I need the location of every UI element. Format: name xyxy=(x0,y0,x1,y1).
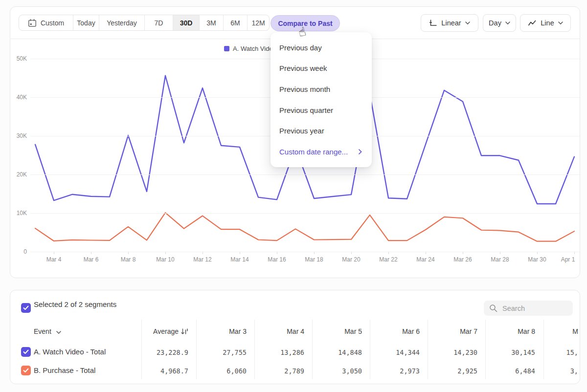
column-header-mar-5: Mar 5 xyxy=(344,327,362,335)
date-range-custom[interactable]: Custom xyxy=(19,15,73,30)
x-axis-tick xyxy=(128,252,129,254)
x-axis-tick xyxy=(388,252,389,254)
column-header-m: M xyxy=(572,327,578,335)
date-range-30d[interactable]: 30D xyxy=(173,15,199,30)
cell-value: 3,050 xyxy=(342,367,362,375)
y-axis-label: 0 xyxy=(0,248,27,255)
x-axis-tick xyxy=(574,252,575,254)
x-axis-tick xyxy=(463,252,463,254)
menu-item-custom-date-range[interactable]: Custom date range... xyxy=(271,141,372,162)
x-axis-tick xyxy=(351,252,352,254)
sort-descending-icon xyxy=(181,328,188,335)
column-header-mar-8: Mar 8 xyxy=(518,327,535,335)
x-axis-label: Mar 20 xyxy=(336,256,367,263)
page: 010K20K30K40K50KMar 4Mar 6Mar 8Mar 10Mar… xyxy=(0,0,587,392)
y-axis-label: 50K xyxy=(0,55,27,62)
x-axis-tick xyxy=(54,252,54,254)
column-header-average[interactable]: Average xyxy=(153,327,188,335)
event-header-label: Event xyxy=(34,327,51,335)
x-axis-tick xyxy=(91,252,91,254)
cell-value: 13,286 xyxy=(280,348,304,356)
x-axis-label: Mar 6 xyxy=(75,256,107,263)
x-axis-label: Mar 8 xyxy=(113,256,144,263)
cell-value: 27,755 xyxy=(223,348,247,356)
chevron-down-icon xyxy=(465,22,470,24)
x-axis-tick xyxy=(426,252,426,254)
x-axis-label: Mar 28 xyxy=(484,256,516,263)
cell-value: 2,973 xyxy=(400,367,420,375)
average-header-label: Average xyxy=(153,327,179,335)
custom-date-range-label: Custom date range... xyxy=(279,148,348,156)
x-axis-label: Mar 14 xyxy=(224,256,255,263)
y-axis-label: 20K xyxy=(0,171,27,178)
y-axis-label: 40K xyxy=(0,94,27,101)
x-axis-label: Mar 4 xyxy=(38,256,69,263)
cell-value: 3, xyxy=(570,367,578,375)
search-input[interactable] xyxy=(502,301,571,316)
search-icon xyxy=(489,304,497,312)
x-axis-label: Mar 24 xyxy=(410,256,441,263)
cell-value: 30,145 xyxy=(511,348,535,356)
x-axis-tick xyxy=(314,252,315,254)
cell-value: 2,925 xyxy=(457,367,477,375)
y-axis-label: 10K xyxy=(0,210,27,217)
menu-item-previous-year[interactable]: Previous year xyxy=(271,120,372,141)
grid-line xyxy=(30,174,580,175)
x-axis-label: Mar 10 xyxy=(150,256,181,263)
x-axis-tick xyxy=(537,252,538,254)
scale-dropdown[interactable]: Linear xyxy=(421,14,478,32)
menu-item-previous-quarter[interactable]: Previous quarter xyxy=(271,100,372,121)
event-column-header[interactable]: Event xyxy=(34,327,61,335)
date-range-7d[interactable]: 7D xyxy=(144,15,173,30)
row-checkbox[interactable] xyxy=(21,347,31,357)
chart-type-label: Line xyxy=(541,19,554,27)
column-header-mar-4: Mar 4 xyxy=(287,327,304,335)
scale-label: Linear xyxy=(441,19,461,27)
y-axis-label: 30K xyxy=(0,132,27,139)
menu-item-previous-day[interactable]: Previous day xyxy=(271,37,372,58)
chevron-down-icon xyxy=(505,22,510,24)
column-header-mar-3: Mar 3 xyxy=(229,327,247,335)
cell-value: 14,230 xyxy=(453,348,477,356)
chevron-right-icon xyxy=(359,149,362,154)
grid-line xyxy=(30,213,580,214)
selected-segments-label: Selected 2 of 2 segments xyxy=(34,300,116,308)
x-axis-label: Mar 26 xyxy=(447,256,478,263)
column-header-mar-6: Mar 6 xyxy=(402,327,420,335)
x-axis-tick xyxy=(500,252,500,254)
date-range-3m[interactable]: 3M xyxy=(199,15,223,30)
row-checkbox[interactable] xyxy=(21,366,31,375)
column-separator xyxy=(370,320,370,379)
column-header-mar-7: Mar 7 xyxy=(460,327,477,335)
calendar-icon xyxy=(28,19,37,27)
interval-label: Day xyxy=(489,19,501,27)
interval-dropdown[interactable]: Day xyxy=(483,14,516,32)
x-axis-tick xyxy=(277,252,277,254)
column-separator xyxy=(485,320,486,379)
x-axis-tick xyxy=(240,252,240,254)
menu-item-previous-month[interactable]: Previous month xyxy=(271,79,372,100)
legend-swatch xyxy=(224,46,229,51)
column-separator xyxy=(141,320,142,379)
check-icon xyxy=(23,305,29,310)
chevron-down-icon xyxy=(558,22,563,24)
cell-value: 6,060 xyxy=(226,367,247,375)
date-range-today[interactable]: Today xyxy=(73,15,99,30)
grid-line xyxy=(30,252,580,252)
search-box[interactable] xyxy=(484,301,573,316)
x-axis-label: Apr 1 xyxy=(552,256,584,263)
date-range-6m[interactable]: 6M xyxy=(223,15,247,30)
column-separator xyxy=(428,320,428,379)
select-all-checkbox[interactable] xyxy=(21,303,31,313)
x-axis-label: Mar 30 xyxy=(521,256,553,263)
column-separator xyxy=(543,320,544,379)
date-range-yesterday[interactable]: Yesterday xyxy=(99,15,144,30)
x-axis-label: Mar 12 xyxy=(187,256,218,263)
axes-icon xyxy=(429,19,437,27)
chart-type-dropdown[interactable]: Line xyxy=(520,14,571,32)
menu-item-previous-week[interactable]: Previous week xyxy=(271,58,372,79)
x-axis-label: Mar 18 xyxy=(298,256,330,263)
date-range-12m[interactable]: 12M xyxy=(247,15,269,30)
cell-value: 23,228.9 xyxy=(157,348,188,356)
cell-value: 14,344 xyxy=(396,348,420,356)
